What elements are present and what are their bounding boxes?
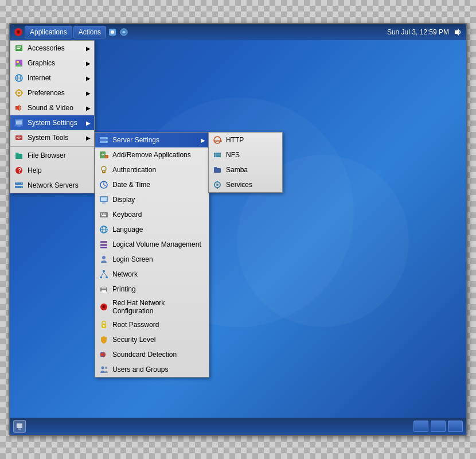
menu-item-preferences[interactable]: Preferences ▶ [10, 85, 94, 100]
services-icon [212, 180, 223, 190]
display-label: Display [112, 196, 205, 204]
taskbar-btn-3[interactable] [448, 421, 463, 432]
svg-point-78 [105, 367, 107, 369]
security-icon [99, 334, 109, 345]
svg-point-2 [111, 30, 114, 34]
panel-icon-1[interactable] [107, 27, 118, 37]
menu-item-accessories[interactable]: Accessories ▶ [10, 41, 94, 56]
services-label: Services [226, 181, 279, 189]
internet-icon [14, 73, 24, 83]
http-icon: www [212, 135, 223, 145]
auth-label: Authentication [112, 166, 205, 174]
menu-item-samba[interactable]: Samba [209, 162, 282, 177]
accessories-label: Accessories [28, 44, 83, 52]
menu-item-sysset[interactable]: System Settings ▶ [10, 115, 94, 130]
panel-right: Sun Jul 3, 12:59 PM [387, 27, 463, 37]
svg-point-33 [21, 183, 22, 184]
users-label: Users and Groups [112, 365, 205, 374]
taskbar-btn-2[interactable] [431, 421, 446, 432]
menu-item-sound[interactable]: Sound & Video ▶ [10, 100, 94, 115]
systools-arrow: ▶ [86, 135, 91, 141]
applications-button[interactable]: Applications [25, 26, 72, 38]
sound-icon [14, 103, 24, 113]
network-icon [99, 269, 109, 279]
netservers-label: Network Servers [28, 181, 91, 189]
taskbar-show-desktop[interactable] [13, 420, 26, 433]
svg-point-74 [103, 325, 105, 327]
svg-text:www: www [214, 139, 222, 142]
security-label: Security Level [112, 336, 205, 344]
menu-item-systools[interactable]: System Tools ▶ [10, 130, 94, 145]
menu-item-printing[interactable]: Printing [95, 282, 209, 297]
svg-rect-84 [214, 168, 221, 173]
sysset-arrow: ▶ [86, 120, 91, 126]
menu-item-datetime[interactable]: Date & Time [95, 177, 209, 192]
menu-item-users[interactable]: Users and Groups [95, 362, 209, 377]
samba-label: Samba [226, 166, 279, 174]
soundcard-label: Soundcard Detection [112, 351, 205, 359]
actions-button[interactable]: Actions [73, 26, 106, 38]
server-settings-label: Server Settings [112, 136, 197, 144]
server-settings-arrow: ▶ [201, 137, 205, 143]
menu-item-soundcard[interactable]: Soundcard Detection [95, 347, 209, 362]
svg-rect-53 [101, 213, 102, 215]
sound-label: Sound & Video [28, 104, 83, 112]
svg-rect-28 [15, 154, 22, 159]
lvm-label: Logical Volume Management [112, 240, 205, 248]
svg-marker-20 [15, 104, 19, 111]
svg-line-67 [101, 272, 104, 277]
menu-item-services[interactable]: Services [209, 177, 282, 192]
menu-item-login[interactable]: Login Screen [95, 252, 209, 267]
svg-rect-89 [17, 423, 22, 428]
graphics-icon [14, 58, 24, 68]
menu-item-rootpw[interactable]: Root Password [95, 317, 209, 332]
server-settings-header[interactable]: Server Settings ▶ [95, 133, 209, 147]
menu-item-netservers[interactable]: Network Servers [10, 178, 94, 193]
desktop-window: Applications Actions [9, 23, 467, 436]
login-label: Login Screen [112, 255, 205, 263]
menu-item-filebrowser[interactable]: File Browser [10, 148, 94, 163]
taskbar-btn-1[interactable] [413, 421, 428, 432]
menu-item-internet[interactable]: Internet ▶ [10, 71, 94, 85]
menu-sep-1 [10, 146, 94, 147]
menu-item-keyboard[interactable]: Keyboard [95, 207, 209, 222]
volume-icon[interactable] [452, 27, 463, 37]
top-panel: Applications Actions [10, 24, 466, 40]
system-settings-menu: Server Settings ▶ + - Add/Remov [95, 132, 209, 378]
users-icon [99, 364, 109, 375]
svg-point-38 [106, 141, 107, 142]
menu-item-rhn[interactable]: Red Hat Network Configuration [95, 297, 209, 317]
panel-icon-2[interactable] [119, 27, 129, 37]
menu-item-security[interactable]: Security Level [95, 332, 209, 347]
menu-item-http[interactable]: www HTTP [209, 133, 282, 147]
svg-point-77 [102, 367, 104, 369]
menu-item-auth[interactable]: Authentication [95, 162, 209, 177]
accessories-arrow: ▶ [86, 45, 91, 52]
auth-icon [99, 165, 109, 175]
svg-rect-56 [102, 215, 106, 216]
main-menu: Accessories ▶ Graphics ▶ [10, 40, 95, 193]
menu-item-lvm[interactable]: Logical Volume Management [95, 237, 209, 252]
menu-item-network[interactable]: Network [95, 267, 209, 282]
menu-item-addremove[interactable]: + - Add/Remove Applications [95, 147, 209, 162]
lvm-icon [99, 239, 109, 250]
rootpw-label: Root Password [112, 321, 205, 329]
svg-rect-55 [104, 213, 106, 215]
svg-rect-54 [103, 213, 104, 215]
menu-item-language[interactable]: Language [95, 222, 209, 237]
svg-text:?: ? [18, 168, 21, 174]
menu-item-help[interactable]: ? Help [10, 163, 94, 178]
filebrowser-label: File Browser [28, 151, 91, 160]
svg-rect-71 [102, 290, 106, 293]
menu-item-display[interactable]: Display [95, 192, 209, 207]
svg-point-43 [102, 166, 106, 171]
graphics-arrow: ▶ [86, 60, 91, 67]
menu-item-nfs[interactable]: NFS [209, 147, 282, 162]
svg-point-45 [103, 171, 104, 172]
samba-icon [212, 165, 223, 175]
svg-rect-60 [100, 241, 107, 243]
svg-text:+: + [102, 152, 104, 158]
redhat-icon[interactable] [13, 27, 24, 37]
menu-item-graphics[interactable]: Graphics ▶ [10, 56, 94, 71]
server-settings-icon [99, 135, 109, 145]
